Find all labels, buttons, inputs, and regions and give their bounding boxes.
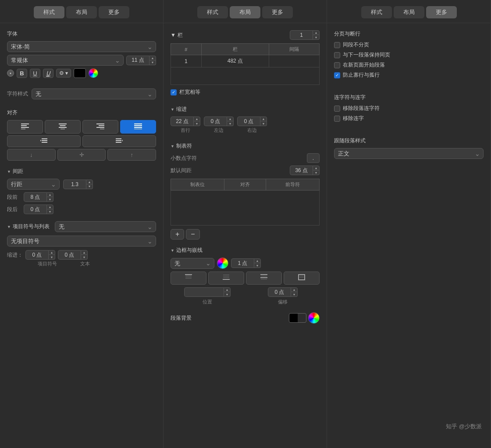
tab-controls: + − (171, 229, 320, 240)
before-up[interactable]: ▲ (46, 192, 53, 197)
tab-style-mid[interactable]: 样式 (197, 6, 228, 18)
line-value-up[interactable]: ▲ (86, 180, 93, 184)
underline-btn[interactable]: U (30, 69, 40, 78)
tab-more-right[interactable]: 更多 (426, 6, 457, 18)
border-position-input[interactable] (184, 287, 224, 297)
border-horiz-btn[interactable] (246, 272, 282, 285)
text-indent-up[interactable]: ▲ (81, 250, 88, 255)
after-value-input[interactable] (24, 205, 46, 214)
after-down[interactable]: ▼ (46, 209, 53, 214)
bg-color-wheel[interactable] (308, 312, 320, 324)
color-swatch[interactable] (74, 68, 86, 78)
line-value-down[interactable]: ▼ (86, 184, 93, 189)
after-value-group: ▲ ▼ (24, 205, 53, 214)
right-indent-up[interactable]: ▲ (260, 116, 267, 121)
font-size-down[interactable]: ▼ (149, 60, 156, 65)
equal-width-checkbox[interactable]: ✓ (171, 89, 177, 95)
tab-th-align: 对齐 (224, 179, 266, 190)
ligature-checkbox-0[interactable] (334, 106, 340, 112)
align-right-btn[interactable] (82, 120, 118, 134)
checkbox-1[interactable] (334, 52, 340, 58)
line-value-input[interactable] (63, 180, 86, 189)
checkbox-3[interactable]: ✓ (334, 72, 340, 78)
before-value-input[interactable] (24, 192, 46, 202)
symbol-indent-input[interactable] (25, 250, 48, 260)
right-panel: 样式 布局 更多 分页与断行 同段不分页 与下一段落保持同页 在新页面开始段落 … (327, 0, 491, 448)
char-style-select[interactable]: 无 (32, 88, 156, 99)
list-symbol-select[interactable]: 无项目符号 (7, 236, 156, 247)
after-label: 段后 (7, 206, 20, 213)
align-center-btn[interactable] (45, 120, 81, 134)
left-indent-input[interactable] (204, 116, 227, 126)
col-count-down[interactable]: ▼ (313, 35, 320, 40)
border-top-btn[interactable] (171, 272, 206, 285)
font-style-select[interactable]: 常规体 (7, 55, 124, 66)
left-indent-down[interactable]: ▼ (227, 121, 234, 126)
col-count-up[interactable]: ▲ (313, 30, 320, 35)
baseline-down-btn[interactable]: ↓ (7, 149, 56, 161)
first-indent-up[interactable]: ▲ (193, 116, 200, 121)
tab-more-left[interactable]: 更多 (99, 6, 129, 18)
line-spacing-select[interactable]: 行距 (7, 179, 60, 190)
list-type-select[interactable]: 无 (55, 221, 156, 232)
tab-layout-left[interactable]: 布局 (66, 6, 97, 18)
indent-increase-btn[interactable] (82, 135, 156, 147)
svg-rect-6 (59, 127, 67, 128)
tab-layout-right[interactable]: 布局 (394, 6, 424, 18)
first-indent-input[interactable] (171, 116, 193, 126)
border-thickness-down[interactable]: ▼ (254, 263, 261, 268)
follow-style-select[interactable]: 正文 (334, 148, 484, 159)
before-down[interactable]: ▼ (46, 197, 53, 202)
text-indent-input[interactable] (58, 250, 81, 260)
font-size-up[interactable]: ▲ (149, 56, 156, 60)
baseline-mid-btn[interactable]: ✛ (57, 149, 106, 161)
border-position-group: ▲ ▼ (184, 287, 231, 297)
align-justify-btn[interactable] (120, 120, 156, 134)
right-indent-down[interactable]: ▼ (260, 121, 267, 126)
bold-btn[interactable]: B (17, 69, 27, 78)
bullet-btn[interactable]: • (7, 70, 14, 77)
border-position-up[interactable]: ▲ (224, 287, 231, 292)
after-up[interactable]: ▲ (46, 205, 53, 209)
tab-layout-mid[interactable]: 布局 (230, 6, 260, 18)
page-break-label: 分页与断行 (334, 30, 484, 38)
border-box-btn[interactable] (284, 272, 320, 285)
baseline-up-btn[interactable]: ↑ (107, 149, 156, 161)
tab-remove-btn[interactable]: − (186, 229, 199, 240)
default-spacing-up[interactable]: ▲ (313, 166, 320, 170)
border-offset-input[interactable] (268, 287, 291, 297)
border-color-wheel[interactable] (217, 258, 228, 269)
default-spacing-down[interactable]: ▼ (313, 170, 320, 175)
align-left-btn[interactable] (7, 120, 43, 134)
border-type-select[interactable]: 无 (171, 258, 214, 269)
checkbox-2[interactable] (334, 62, 340, 68)
tab-add-btn[interactable]: + (171, 229, 184, 240)
symbol-indent-up[interactable]: ▲ (48, 250, 55, 255)
border-offset-up[interactable]: ▲ (291, 287, 298, 292)
right-indent-input[interactable] (237, 116, 260, 126)
border-thickness-up[interactable]: ▲ (254, 258, 261, 263)
bg-swatch[interactable] (289, 313, 306, 323)
color-wheel[interactable] (89, 68, 98, 78)
checkbox-0[interactable] (334, 42, 340, 48)
border-position-down[interactable]: ▼ (224, 292, 231, 297)
gear-btn[interactable]: ⚙ ▾ (56, 69, 71, 78)
default-spacing-input[interactable] (290, 166, 313, 175)
ligature-checkbox-1[interactable] (334, 116, 340, 122)
border-offset-down[interactable]: ▼ (291, 292, 298, 297)
first-indent-down[interactable]: ▼ (193, 121, 200, 126)
col-count-input[interactable] (290, 30, 313, 40)
left-indent-group: ▲ ▼ (204, 116, 234, 126)
symbol-indent-down[interactable]: ▼ (48, 255, 55, 260)
underline2-btn[interactable]: U̲ (43, 69, 53, 78)
tab-style-left[interactable]: 样式 (34, 6, 64, 18)
tab-style-right[interactable]: 样式 (361, 6, 392, 18)
text-indent-down[interactable]: ▼ (81, 255, 88, 260)
tab-more-mid[interactable]: 更多 (262, 6, 293, 18)
border-thickness-input[interactable] (231, 258, 254, 268)
font-family-select[interactable]: 宋体-简 (7, 41, 156, 52)
left-indent-up[interactable]: ▲ (227, 116, 234, 121)
border-bottom-btn[interactable] (208, 272, 244, 285)
indent-decrease-btn[interactable] (7, 135, 81, 147)
font-size-input[interactable] (126, 56, 149, 65)
